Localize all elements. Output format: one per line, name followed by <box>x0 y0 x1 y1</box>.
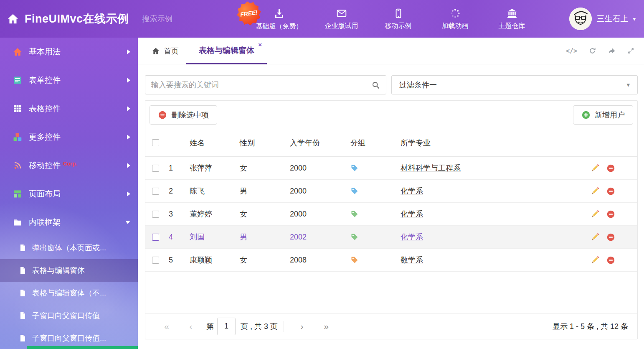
delete-selected-button[interactable]: 删除选中项 <box>150 105 217 125</box>
mail-icon <box>336 8 347 19</box>
sidebar-subitem-label: 弹出窗体（本页面或... <box>32 243 106 253</box>
column-header-year: 入学年份 <box>290 138 350 148</box>
page-number-input[interactable] <box>217 318 236 335</box>
filter-dropdown[interactable]: 过滤条件一 ▾ <box>391 75 638 94</box>
edit-pencil-icon[interactable] <box>591 186 600 196</box>
table-row[interactable]: 3 董婷婷 女 2000 化学系 <box>145 203 637 226</box>
nav-label: 基础版（免费） <box>256 22 303 31</box>
sidebar-item-form-controls[interactable]: 表单控件 <box>0 66 138 94</box>
search-icon[interactable] <box>371 81 380 89</box>
table-row[interactable]: 5 康颖颖 女 2008 数学系 <box>145 249 637 272</box>
edit-pencil-icon[interactable] <box>591 255 600 265</box>
fullscreen-icon[interactable] <box>627 47 635 55</box>
table-row[interactable]: 2 陈飞 男 2000 化学系 <box>145 180 637 203</box>
cell-name: 康颖颖 <box>190 255 240 265</box>
tag-icon <box>350 164 359 172</box>
cell-name: 刘国 <box>190 232 240 242</box>
cell-gender: 男 <box>240 186 290 196</box>
edit-pencil-icon[interactable] <box>591 209 600 219</box>
chevron-down-icon <box>125 221 130 224</box>
cell-year: 2008 <box>290 256 350 265</box>
sidebar-subitem-grid-edit-window[interactable]: 表格与编辑窗体 <box>0 259 138 282</box>
delete-row-icon[interactable] <box>606 233 615 242</box>
grid-panel: 删除选中项 新增用户 姓名 性别 入学年份 分组 所学专业 <box>145 100 638 339</box>
table-row-selected[interactable]: 4 刘国 男 2002 化学系 <box>145 226 637 249</box>
share-icon[interactable] <box>608 47 616 55</box>
sidebar-item-label: 内联框架 <box>29 217 61 228</box>
delete-row-icon[interactable] <box>606 210 615 219</box>
record-summary: 显示 1 - 5 条 , 共 12 条 <box>553 321 628 331</box>
layout-icon <box>13 189 23 199</box>
nav-loading-animation[interactable]: 加载动画 <box>437 7 473 31</box>
tag-icon <box>350 210 359 218</box>
source-code-icon[interactable]: </> <box>566 47 577 55</box>
sidebar-item-grid-controls[interactable]: 表格控件 <box>0 94 138 123</box>
nav-theme-repo[interactable]: 主题仓库 <box>494 7 530 31</box>
sidebar-item-basic-usage[interactable]: 基本用法 <box>0 38 138 66</box>
brand[interactable]: FineUIMvc在线示例 <box>0 11 129 26</box>
select-all-checkbox[interactable] <box>152 139 159 146</box>
tab-home[interactable]: 首页 <box>144 38 186 64</box>
sidebar-item-iframe[interactable]: 内联框架 <box>0 208 138 237</box>
cell-gender: 女 <box>240 163 290 173</box>
sidebar-item-label: 基本用法 <box>29 46 61 57</box>
close-icon[interactable]: × <box>258 41 262 48</box>
delete-row-icon[interactable] <box>606 164 615 173</box>
grid-toolbar: 删除选中项 新增用户 <box>145 101 637 129</box>
edit-pencil-icon[interactable] <box>591 232 600 242</box>
row-number: 1 <box>169 164 190 173</box>
major-link[interactable]: 化学系 <box>401 210 423 218</box>
row-checkbox[interactable] <box>152 234 159 241</box>
major-link[interactable]: 化学系 <box>401 187 423 195</box>
edit-pencil-icon[interactable] <box>591 163 600 173</box>
content: 过滤条件一 ▾ 删除选中项 新增用户 <box>138 64 644 339</box>
nav-label: 企业版试用 <box>325 22 358 31</box>
sidebar-subitem-popup-window[interactable]: 弹出窗体（本页面或... <box>0 237 138 259</box>
next-page-button[interactable]: › <box>290 321 314 331</box>
row-checkbox[interactable] <box>152 257 159 264</box>
plus-circle-icon <box>581 110 591 120</box>
sidebar-subitem-grid-edit-window-2[interactable]: 表格与编辑窗体（不... <box>0 282 138 304</box>
user-menu[interactable]: 三生石上 ▾ <box>569 8 636 30</box>
sidebar-item-mobile-controls[interactable]: 移动控件 Corp. <box>0 151 138 180</box>
sidebar-subitem-label: 表格与编辑窗体 <box>32 265 85 275</box>
row-number: 2 <box>169 187 190 196</box>
delete-row-icon[interactable] <box>606 187 615 196</box>
chevron-right-icon <box>127 49 130 54</box>
sidebar-item-more-controls[interactable]: 更多控件 <box>0 123 138 151</box>
cell-gender: 女 <box>240 209 290 219</box>
file-icon <box>18 244 27 252</box>
major-link[interactable]: 化学系 <box>401 233 423 241</box>
tag-icon <box>350 187 359 195</box>
sidebar-subitem-child-to-parent[interactable]: 子窗口向父窗口传值 <box>0 304 138 327</box>
sidebar-subitem-label: 子窗口向父窗口传值... <box>32 333 106 343</box>
prev-page-button[interactable]: ‹ <box>179 321 203 331</box>
keyword-search-input[interactable] <box>151 81 371 89</box>
sidebar-item-label: 页面布局 <box>29 189 61 199</box>
refresh-icon[interactable] <box>588 47 596 55</box>
tab-grid-edit-window[interactable]: 表格与编辑窗体 × <box>186 38 267 64</box>
delete-row-icon[interactable] <box>606 256 615 265</box>
folder-icon <box>13 217 23 227</box>
sidebar: 基本用法 表单控件 表格控件 更多控件 移动控件 Corp. 页面布局 <box>0 38 138 349</box>
sidebar-item-page-layout[interactable]: 页面布局 <box>0 180 138 208</box>
cell-name: 董婷婷 <box>190 209 240 219</box>
file-icon <box>18 334 27 342</box>
nav-enterprise-trial[interactable]: 企业版试用 <box>324 7 360 31</box>
first-page-button[interactable]: « <box>155 321 179 331</box>
major-link[interactable]: 材料科学与工程系 <box>401 164 461 172</box>
major-link[interactable]: 数学系 <box>401 256 423 264</box>
bank-icon <box>507 8 517 19</box>
chevron-right-icon <box>127 163 130 168</box>
table-row[interactable]: 1 张萍萍 女 2000 材料科学与工程系 <box>145 157 637 180</box>
cell-year: 2002 <box>290 233 350 242</box>
nav-basic-edition[interactable]: FREE! 基础版（免费） <box>256 7 303 31</box>
add-user-button[interactable]: 新增用户 <box>573 105 633 125</box>
last-page-button[interactable]: » <box>314 321 338 331</box>
row-checkbox[interactable] <box>152 188 159 195</box>
page-total-label: 页 , 共 3 页 <box>241 321 278 331</box>
row-checkbox[interactable] <box>152 211 159 218</box>
nav-mobile-demo[interactable]: 移动示例 <box>380 7 416 31</box>
header-search-input[interactable] <box>142 15 239 23</box>
row-checkbox[interactable] <box>152 165 159 172</box>
